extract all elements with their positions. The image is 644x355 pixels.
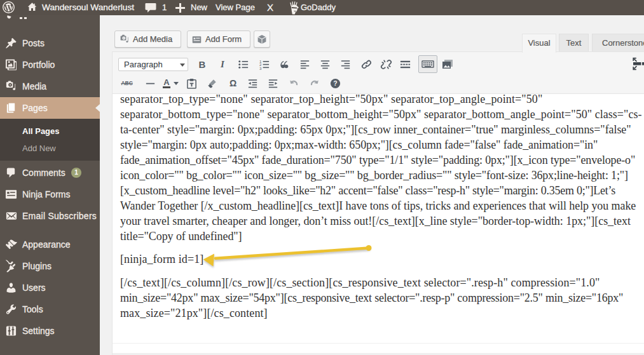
svg-text:3: 3 <box>259 66 261 70</box>
svg-text:?: ? <box>333 80 337 87</box>
